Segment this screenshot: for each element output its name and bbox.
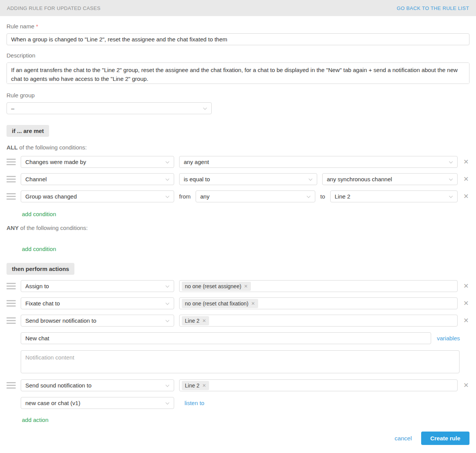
remove-action-icon[interactable]: ✕ bbox=[463, 317, 469, 324]
selected-value-chip: no one (reset chat fixation) ✕ bbox=[182, 299, 258, 308]
chevron-down-icon bbox=[166, 383, 170, 387]
action-row: Send sound notification to Line 2 ✕ ✕ bbox=[7, 379, 469, 391]
condition-value-select[interactable]: any agent bbox=[179, 156, 458, 168]
remove-action-icon[interactable]: ✕ bbox=[463, 300, 469, 307]
condition-operator-select[interactable]: is equal to bbox=[179, 173, 317, 185]
remove-condition-icon[interactable]: ✕ bbox=[463, 193, 469, 200]
actions-badge: then perform actions bbox=[7, 263, 74, 275]
notification-title-input[interactable] bbox=[21, 332, 431, 344]
required-asterisk: * bbox=[36, 23, 38, 30]
drag-handle-icon[interactable] bbox=[7, 300, 16, 307]
description-input[interactable]: If an agent transfers the chat to the "L… bbox=[7, 62, 469, 84]
add-action-link[interactable]: add action bbox=[22, 417, 48, 423]
chip-remove-icon[interactable]: ✕ bbox=[244, 284, 248, 289]
chevron-down-icon bbox=[166, 284, 170, 287]
cancel-link[interactable]: cancel bbox=[395, 435, 412, 442]
chip-remove-icon[interactable]: ✕ bbox=[202, 383, 206, 388]
rule-name-input[interactable] bbox=[7, 33, 469, 45]
drag-handle-icon[interactable] bbox=[7, 382, 16, 389]
chevron-down-icon bbox=[307, 194, 311, 198]
action-value-multiselect[interactable]: Line 2 ✕ bbox=[179, 315, 458, 327]
chevron-down-icon bbox=[203, 106, 207, 110]
condition-field-select[interactable]: Changes were made by bbox=[21, 156, 174, 168]
chevron-down-icon bbox=[449, 194, 453, 198]
action-field-select[interactable]: Assign to bbox=[21, 280, 174, 292]
drag-handle-icon[interactable] bbox=[7, 159, 16, 165]
any-conditions-heading: ANY of the following conditions: bbox=[7, 225, 469, 231]
sound-name-select[interactable]: new case or chat (v1) bbox=[21, 397, 174, 409]
action-field-select[interactable]: Fixate chat to bbox=[21, 297, 174, 309]
condition-value-select[interactable]: any synchronous channel bbox=[322, 173, 458, 185]
sound-select-row: new case or chat (v1) listen to bbox=[21, 397, 469, 409]
listen-to-link[interactable]: listen to bbox=[184, 400, 204, 406]
chevron-down-icon bbox=[166, 194, 170, 198]
form-footer: cancel Create rule bbox=[0, 423, 476, 453]
chevron-down-icon bbox=[166, 159, 170, 163]
action-value-multiselect[interactable]: Line 2 ✕ bbox=[179, 379, 458, 391]
condition-field-select[interactable]: Channel bbox=[21, 173, 174, 185]
chevron-down-icon bbox=[166, 318, 170, 322]
condition-row: Changes were made by any agent ✕ bbox=[7, 156, 469, 168]
go-back-link[interactable]: GO BACK TO THE RULE LIST bbox=[397, 5, 469, 11]
condition-to-select[interactable]: Line 2 bbox=[330, 190, 458, 202]
create-rule-button[interactable]: Create rule bbox=[421, 432, 469, 445]
selected-value-chip: no one (reset assignee) ✕ bbox=[182, 282, 251, 291]
action-row: Fixate chat to no one (reset chat fixati… bbox=[7, 297, 469, 309]
rule-group-value: – bbox=[11, 105, 14, 112]
notification-content-input[interactable] bbox=[21, 350, 460, 373]
all-conditions-heading: ALL of the following conditions: bbox=[7, 144, 469, 151]
notification-content-row bbox=[21, 350, 460, 374]
action-row: Assign to no one (reset assignee) ✕ ✕ bbox=[7, 280, 469, 292]
action-field-select[interactable]: Send sound notification to bbox=[21, 379, 174, 391]
drag-handle-icon[interactable] bbox=[7, 317, 16, 324]
rule-group-label: Rule group bbox=[7, 92, 469, 98]
drag-handle-icon[interactable] bbox=[7, 176, 16, 182]
chevron-down-icon bbox=[449, 177, 453, 181]
chip-remove-icon[interactable]: ✕ bbox=[251, 301, 255, 306]
condition-row: Channel is equal to any synchronous chan… bbox=[7, 173, 469, 185]
add-condition-link[interactable]: add condition bbox=[22, 211, 56, 217]
conditions-badge: if ... are met bbox=[7, 125, 49, 137]
action-value-multiselect[interactable]: no one (reset chat fixation) ✕ bbox=[179, 297, 458, 309]
condition-from-select[interactable]: any bbox=[196, 190, 315, 202]
rule-form: Rule name * Description If an agent tran… bbox=[0, 23, 476, 423]
description-label: Description bbox=[7, 52, 469, 59]
action-row: Send browser notification to Line 2 ✕ ✕ bbox=[7, 315, 469, 327]
notification-title-row: variables bbox=[21, 332, 469, 344]
chevron-down-icon bbox=[166, 400, 170, 404]
from-label: from bbox=[179, 193, 191, 200]
action-field-select[interactable]: Send browser notification to bbox=[21, 315, 174, 327]
condition-row: Group was changed from any to Line 2 ✕ bbox=[7, 190, 469, 202]
selected-value-chip: Line 2 ✕ bbox=[182, 316, 209, 325]
remove-condition-icon[interactable]: ✕ bbox=[463, 176, 469, 182]
add-condition-link[interactable]: add condition bbox=[22, 246, 56, 252]
chevron-down-icon bbox=[166, 301, 170, 305]
condition-field-select[interactable]: Group was changed bbox=[21, 190, 174, 202]
remove-condition-icon[interactable]: ✕ bbox=[463, 159, 469, 165]
variables-link[interactable]: variables bbox=[437, 335, 460, 341]
chip-remove-icon[interactable]: ✕ bbox=[202, 318, 206, 323]
chevron-down-icon bbox=[166, 177, 170, 181]
page-title: ADDING RULE FOR UPDATED CASES bbox=[7, 5, 100, 11]
header-bar: ADDING RULE FOR UPDATED CASES GO BACK TO… bbox=[0, 0, 476, 16]
rule-name-label: Rule name * bbox=[7, 23, 469, 30]
chevron-down-icon bbox=[449, 159, 453, 163]
chevron-down-icon bbox=[309, 177, 313, 181]
selected-value-chip: Line 2 ✕ bbox=[182, 381, 209, 390]
drag-handle-icon[interactable] bbox=[7, 283, 16, 289]
remove-action-icon[interactable]: ✕ bbox=[463, 283, 469, 289]
action-value-multiselect[interactable]: no one (reset assignee) ✕ bbox=[179, 280, 458, 292]
drag-handle-icon[interactable] bbox=[7, 193, 16, 200]
to-label: to bbox=[320, 193, 325, 200]
rule-group-select[interactable]: – bbox=[7, 102, 212, 114]
remove-action-icon[interactable]: ✕ bbox=[463, 382, 469, 389]
